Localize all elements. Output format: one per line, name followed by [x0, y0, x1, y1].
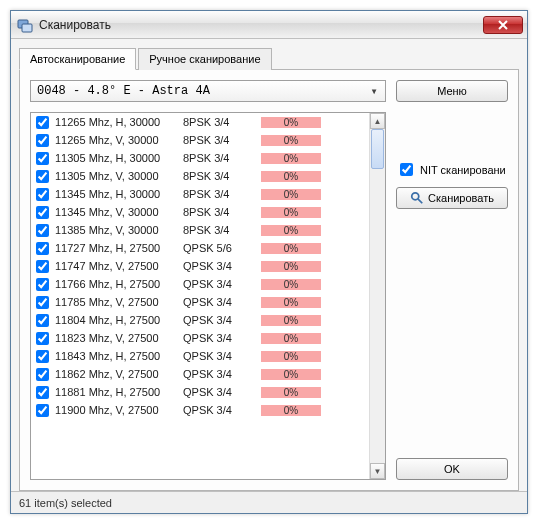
row-checkbox[interactable]: [36, 134, 49, 147]
row-checkbox[interactable]: [36, 224, 49, 237]
scan-button[interactable]: Сканировать: [396, 187, 508, 209]
table-row[interactable]: 11345 Mhz, H, 300008PSK 3/40%: [31, 185, 369, 203]
magnifier-icon: [410, 191, 424, 205]
row-checkbox[interactable]: [36, 206, 49, 219]
table-row[interactable]: 11305 Mhz, H, 300008PSK 3/40%: [31, 149, 369, 167]
nit-scan-label: NIT сканировани: [420, 164, 506, 176]
row-frequency: 11843 Mhz, H, 27500: [53, 350, 183, 362]
scroll-thumb[interactable]: [371, 129, 384, 169]
table-row[interactable]: 11900 Mhz, V, 27500QPSK 3/40%: [31, 401, 369, 419]
row-checkbox[interactable]: [36, 278, 49, 291]
table-row[interactable]: 11785 Mhz, V, 27500QPSK 3/40%: [31, 293, 369, 311]
table-row[interactable]: 11823 Mhz, V, 27500QPSK 3/40%: [31, 329, 369, 347]
table-row[interactable]: 11881 Mhz, H, 27500QPSK 3/40%: [31, 383, 369, 401]
row-checkbox[interactable]: [36, 188, 49, 201]
table-row[interactable]: 11843 Mhz, H, 27500QPSK 3/40%: [31, 347, 369, 365]
satellite-combo[interactable]: 0048 - 4.8° E - Astra 4A ▾: [30, 80, 386, 102]
table-row[interactable]: 11766 Mhz, H, 27500QPSK 3/40%: [31, 275, 369, 293]
close-button[interactable]: [483, 16, 523, 34]
table-row[interactable]: 11747 Mhz, V, 27500QPSK 3/40%: [31, 257, 369, 275]
scrollbar[interactable]: ▲ ▼: [369, 113, 385, 479]
row-percent: 0%: [261, 225, 321, 236]
row-checkbox-cell: [31, 152, 53, 165]
row-checkbox-cell: [31, 170, 53, 183]
scroll-down-button[interactable]: ▼: [370, 463, 385, 479]
row-modulation: 8PSK 3/4: [183, 224, 261, 236]
row-checkbox-cell: [31, 260, 53, 273]
row-modulation: QPSK 3/4: [183, 296, 261, 308]
row-modulation: QPSK 5/6: [183, 242, 261, 254]
svg-point-2: [412, 193, 419, 200]
row-percent: 0%: [261, 315, 321, 326]
table-row[interactable]: 11265 Mhz, V, 300008PSK 3/40%: [31, 131, 369, 149]
scroll-track[interactable]: [370, 129, 385, 463]
row-frequency: 11747 Mhz, V, 27500: [53, 260, 183, 272]
menu-button[interactable]: Меню: [396, 80, 508, 102]
row-modulation: QPSK 3/4: [183, 350, 261, 362]
row-modulation: 8PSK 3/4: [183, 206, 261, 218]
transponder-list: 11265 Mhz, H, 300008PSK 3/40%11265 Mhz, …: [30, 112, 386, 480]
row-checkbox[interactable]: [36, 296, 49, 309]
row-checkbox-cell: [31, 242, 53, 255]
row-percent: 0%: [261, 387, 321, 398]
row-modulation: 8PSK 3/4: [183, 152, 261, 164]
row-checkbox[interactable]: [36, 152, 49, 165]
row-checkbox[interactable]: [36, 332, 49, 345]
row-checkbox-cell: [31, 350, 53, 363]
row-percent: 0%: [261, 261, 321, 272]
row-frequency: 11823 Mhz, V, 27500: [53, 332, 183, 344]
row-percent: 0%: [261, 135, 321, 146]
nit-scan-option: NIT сканировани: [396, 160, 508, 179]
tab-autoscan[interactable]: Автосканирование: [19, 48, 136, 70]
row-percent: 0%: [261, 333, 321, 344]
row-checkbox[interactable]: [36, 116, 49, 129]
row-percent: 0%: [261, 153, 321, 164]
row-checkbox-cell: [31, 116, 53, 129]
table-row[interactable]: 11727 Mhz, H, 27500QPSK 5/60%: [31, 239, 369, 257]
row-modulation: 8PSK 3/4: [183, 134, 261, 146]
row-frequency: 11881 Mhz, H, 27500: [53, 386, 183, 398]
chevron-down-icon: ▾: [367, 84, 381, 99]
row-checkbox[interactable]: [36, 260, 49, 273]
row-percent: 0%: [261, 369, 321, 380]
row-checkbox[interactable]: [36, 368, 49, 381]
row-modulation: QPSK 3/4: [183, 278, 261, 290]
row-frequency: 11804 Mhz, H, 27500: [53, 314, 183, 326]
row-percent: 0%: [261, 207, 321, 218]
row-frequency: 11385 Mhz, V, 30000: [53, 224, 183, 236]
row-checkbox[interactable]: [36, 404, 49, 417]
nit-scan-checkbox[interactable]: [400, 163, 413, 176]
row-modulation: 8PSK 3/4: [183, 170, 261, 182]
row-percent: 0%: [261, 243, 321, 254]
row-modulation: 8PSK 3/4: [183, 116, 261, 128]
row-checkbox[interactable]: [36, 170, 49, 183]
row-modulation: 8PSK 3/4: [183, 188, 261, 200]
table-row[interactable]: 11385 Mhz, V, 300008PSK 3/40%: [31, 221, 369, 239]
row-frequency: 11345 Mhz, H, 30000: [53, 188, 183, 200]
scroll-up-button[interactable]: ▲: [370, 113, 385, 129]
table-row[interactable]: 11345 Mhz, V, 300008PSK 3/40%: [31, 203, 369, 221]
row-modulation: QPSK 3/4: [183, 386, 261, 398]
row-percent: 0%: [261, 279, 321, 290]
row-checkbox-cell: [31, 278, 53, 291]
table-row[interactable]: 11265 Mhz, H, 300008PSK 3/40%: [31, 113, 369, 131]
table-row[interactable]: 11804 Mhz, H, 27500QPSK 3/40%: [31, 311, 369, 329]
row-checkbox[interactable]: [36, 350, 49, 363]
row-checkbox[interactable]: [36, 242, 49, 255]
ok-button[interactable]: OK: [396, 458, 508, 480]
tabs: Автосканирование Ручное сканирование: [19, 47, 519, 69]
row-checkbox[interactable]: [36, 386, 49, 399]
titlebar: Сканировать: [11, 11, 527, 39]
tab-manualscan[interactable]: Ручное сканирование: [138, 48, 271, 70]
row-percent: 0%: [261, 405, 321, 416]
row-percent: 0%: [261, 117, 321, 128]
table-row[interactable]: 11305 Mhz, V, 300008PSK 3/40%: [31, 167, 369, 185]
row-checkbox-cell: [31, 368, 53, 381]
status-bar: 61 item(s) selected: [11, 491, 527, 513]
row-checkbox[interactable]: [36, 314, 49, 327]
table-row[interactable]: 11862 Mhz, V, 27500QPSK 3/40%: [31, 365, 369, 383]
row-modulation: QPSK 3/4: [183, 332, 261, 344]
svg-line-3: [418, 199, 422, 203]
content-area: Автосканирование Ручное сканирование 004…: [11, 39, 527, 513]
scan-button-label: Сканировать: [428, 192, 494, 204]
